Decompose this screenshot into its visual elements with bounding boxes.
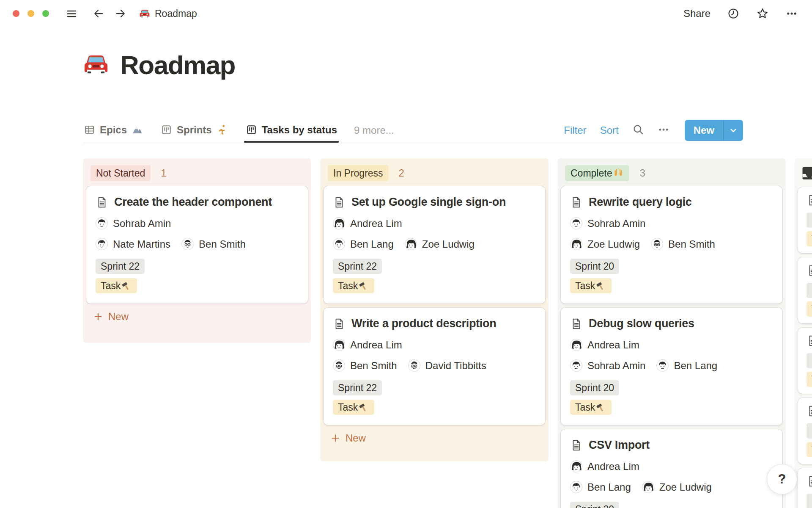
tab-epics[interactable]: Epics [83, 123, 144, 138]
page-icon [570, 196, 583, 209]
task-card[interactable]: CSV ImportAndrea LimBen LangZoe LudwigSp… [561, 429, 782, 508]
task-card[interactable]: Debug slow queriesAndrea LimSohrab AminB… [561, 308, 782, 425]
clock-icon [727, 8, 739, 19]
search-button[interactable] [632, 124, 644, 137]
new-button[interactable]: New [685, 120, 723, 141]
task-card[interactable]: Sprint 20Task [798, 257, 812, 323]
page-icon-button[interactable] [83, 51, 109, 79]
card-title-text: Set up Google single sign-on [351, 196, 506, 209]
page-icon [807, 334, 812, 347]
tab-tasks-by-status[interactable]: Tasks by status [245, 123, 338, 138]
zoom-window-button[interactable] [42, 10, 49, 17]
card-title-row [807, 334, 812, 347]
card-tag-row: Sprint 20 [570, 259, 773, 274]
person-chip: Ben Lang [333, 238, 394, 250]
column-status-pill[interactable]: In Progress [328, 165, 389, 181]
avatar [405, 238, 417, 250]
toolbar-controls: Filter Sort New [564, 120, 743, 141]
person-name: Ben Smith [668, 238, 715, 250]
task-card[interactable]: Sprint 20Task [798, 398, 812, 464]
task-card[interactable]: Write a product descriptionAndrea LimBen… [324, 308, 545, 425]
card-title-row [807, 475, 812, 488]
card-tag-row: Sprint 20 [807, 283, 812, 298]
task-card[interactable]: Create the header componentSohrab AminNa… [86, 186, 308, 304]
sort-button[interactable]: Sort [600, 124, 619, 136]
new-split-button: New [685, 120, 743, 141]
add-card-button[interactable]: New [91, 310, 131, 323]
close-window-button[interactable] [13, 10, 19, 17]
column-cards: Rewrite query logicSohrab AminZoe Ludwig… [557, 186, 786, 508]
person-name: Ben Smith [199, 238, 246, 250]
card-tag-row: Sprint 22 [333, 380, 536, 395]
kanban-board: Not Started1Create the header componentS… [83, 158, 812, 508]
card-tag-row: Sprint 20 [807, 494, 812, 508]
column-status-pill[interactable]: Complete [565, 165, 629, 181]
person-name: Sohrab Amin [113, 218, 171, 229]
share-button[interactable]: Share [683, 8, 710, 19]
tag-label: Sprint 20 [575, 260, 614, 272]
breadcrumb[interactable]: Roadmap [139, 8, 197, 19]
task-card[interactable]: Sprint 20Task [798, 328, 812, 394]
person-name: Ben Lang [674, 360, 717, 372]
tag-gray: Sprint 22 [333, 380, 382, 395]
person-name: Zoe Ludwig [587, 238, 640, 250]
column-status-label: Not Started [96, 167, 145, 179]
person-name: Nate Martins [113, 238, 170, 250]
column-header: Not Started1 [83, 158, 311, 186]
breadcrumb-title: Roadmap [155, 8, 197, 19]
task-card[interactable]: Sprint 20Task [798, 187, 812, 253]
plus-icon [330, 433, 340, 443]
card-tag-row: Task [96, 278, 299, 293]
tab-sprints[interactable]: Sprints [160, 123, 229, 138]
task-card[interactable]: Rewrite query logicSohrab AminZoe Ludwig… [561, 186, 782, 304]
more-views-button[interactable]: 9 more... [354, 124, 394, 136]
help-button[interactable]: ? [767, 464, 797, 494]
avatar [570, 359, 582, 372]
view-options-button[interactable] [658, 124, 669, 137]
forward-button[interactable] [115, 8, 126, 19]
new-dropdown-button[interactable] [724, 120, 743, 141]
person-name: Ben Smith [350, 360, 397, 372]
page-more-button[interactable] [786, 8, 798, 19]
card-title-row: Rewrite query logic [570, 196, 773, 209]
runner-icon [217, 124, 228, 135]
sidebar-toggle-button[interactable] [66, 8, 77, 19]
page-icon [96, 196, 108, 209]
task-card[interactable]: Sprint 20Task [798, 468, 812, 508]
favorite-button[interactable] [756, 7, 769, 20]
person-name: Zoe Ludwig [422, 238, 475, 250]
column-header: In Progress2 [320, 158, 549, 186]
card-people-row: Andrea Lim [570, 460, 773, 472]
back-button[interactable] [93, 8, 104, 19]
page-icon [333, 318, 346, 330]
tag-label: Task [575, 280, 595, 292]
star-icon [756, 7, 769, 20]
card-people-row: Andrea Lim [570, 339, 773, 351]
task-card[interactable]: Set up Google single sign-onAndrea LimBe… [324, 186, 545, 304]
card-tag-row: Sprint 20 [807, 423, 812, 439]
page-title: Roadmap [120, 50, 235, 80]
page-icon [807, 405, 812, 417]
updates-button[interactable] [727, 8, 739, 19]
card-title-row: Create the header component [96, 196, 299, 209]
tag-gray: Sprint 20 [570, 380, 619, 395]
forward-arrow-icon [115, 8, 126, 19]
card-tag-row: Task [807, 231, 812, 246]
tag-label: Task [575, 401, 595, 413]
board-column-complete: Complete3Rewrite query logicSohrab AminZ… [557, 158, 786, 508]
person-chip: Ben Smith [181, 238, 246, 250]
mountain-icon [132, 124, 143, 135]
car-icon [83, 51, 109, 77]
hamburger-icon [66, 8, 77, 19]
card-title-text: Rewrite query logic [589, 196, 691, 209]
add-card-button[interactable]: New [328, 432, 368, 444]
person-name: David Tibbitts [425, 360, 486, 372]
tag-gray: Sprint 22 [333, 259, 382, 274]
person-chip: Zoe Ludwig [405, 238, 475, 250]
column-header [795, 158, 812, 187]
minimize-window-button[interactable] [27, 10, 34, 17]
chevron-down-icon [728, 125, 738, 135]
person-name: Andrea Lim [587, 461, 639, 472]
column-status-pill[interactable]: Not Started [91, 165, 151, 181]
filter-button[interactable]: Filter [564, 124, 586, 136]
